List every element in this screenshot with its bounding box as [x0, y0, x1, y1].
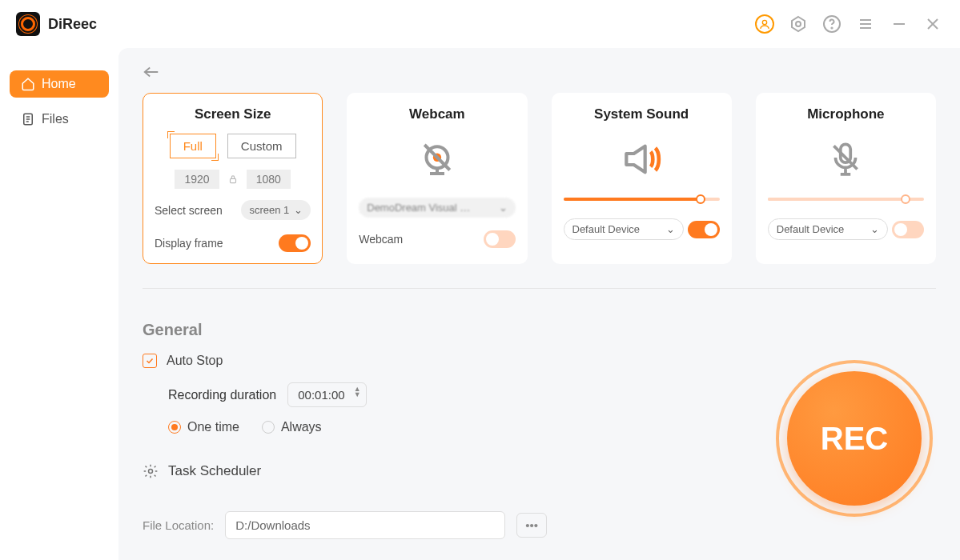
svg-marker-1 — [792, 17, 805, 31]
mic-device-select[interactable]: Default Device ⌄ — [768, 218, 888, 240]
svg-point-0 — [762, 20, 766, 24]
mic-title: Microphone — [768, 106, 924, 122]
screen-select[interactable]: screen 1 ⌄ — [241, 200, 311, 220]
chevron-down-icon: ⌄ — [666, 223, 675, 235]
lock-icon[interactable] — [227, 174, 239, 185]
close-icon[interactable] — [922, 13, 944, 35]
mic-off-icon — [768, 134, 924, 185]
always-radio[interactable]: Always — [262, 420, 322, 434]
microphone-card: Microphone Default Device ⌄ — [756, 93, 936, 264]
sound-title: System Sound — [564, 106, 720, 122]
onetime-radio[interactable]: One time — [168, 420, 239, 434]
autostop-checkbox[interactable] — [143, 354, 157, 368]
svg-point-4 — [831, 27, 832, 28]
custom-tab[interactable]: Custom — [227, 134, 296, 158]
app-logo — [16, 12, 40, 36]
sound-toggle[interactable] — [688, 221, 720, 238]
menu-icon[interactable] — [854, 13, 877, 35]
mic-slider[interactable] — [768, 198, 924, 201]
sound-device-select[interactable]: Default Device ⌄ — [564, 218, 684, 240]
duration-input[interactable]: 00:01:00 ▲▼ — [287, 382, 366, 407]
app-name: DiReec — [48, 16, 97, 33]
webcam-title: Webcam — [359, 106, 515, 122]
svg-point-2 — [796, 22, 801, 26]
location-label: File Location: — [143, 518, 214, 532]
webcam-card: Webcam DemoDream Visual … ⌄ Webcam — [347, 93, 527, 264]
location-browse-button[interactable]: ••• — [516, 513, 547, 538]
height-value[interactable]: 1080 — [247, 170, 291, 189]
settings-icon[interactable] — [787, 13, 809, 35]
general-title: General — [143, 321, 936, 339]
help-icon[interactable] — [821, 13, 843, 35]
screen-title: Screen Size — [155, 106, 311, 122]
webcam-device-select[interactable]: DemoDream Visual … ⌄ — [359, 198, 515, 218]
autostop-label: Auto Stop — [167, 354, 223, 368]
minimize-icon[interactable] — [888, 13, 910, 35]
chevron-down-icon: ⌄ — [870, 223, 879, 235]
gear-icon — [143, 463, 159, 479]
record-label: REC — [787, 371, 922, 506]
svg-line-20 — [834, 146, 858, 169]
display-frame-label: Display frame — [155, 237, 223, 250]
svg-point-21 — [149, 470, 153, 474]
account-icon[interactable] — [753, 13, 776, 35]
sidebar-item-files[interactable]: Files — [10, 106, 109, 133]
record-button[interactable]: REC — [776, 360, 933, 517]
svg-line-18 — [424, 145, 450, 170]
spinner-icon[interactable]: ▲▼ — [354, 386, 361, 398]
duration-label: Recording duration — [168, 388, 276, 402]
chevron-down-icon: ⌄ — [294, 204, 303, 216]
webcam-off-icon — [359, 134, 515, 185]
speaker-icon — [564, 134, 720, 185]
sidebar-item-home[interactable]: Home — [10, 70, 109, 98]
back-button[interactable] — [143, 66, 936, 82]
width-value[interactable]: 1920 — [175, 170, 219, 189]
sidebar-files-label: Files — [42, 112, 69, 126]
task-label: Task Scheduler — [168, 463, 261, 479]
webcam-toggle[interactable] — [484, 230, 516, 248]
full-tab[interactable]: Full — [170, 134, 216, 158]
sound-slider[interactable] — [564, 198, 720, 201]
chevron-down-icon: ⌄ — [499, 202, 508, 214]
sidebar-home-label: Home — [42, 77, 76, 91]
select-screen-label: Select screen — [155, 204, 223, 217]
screen-size-card: Screen Size Full Custom 1920 1080 Select… — [143, 93, 323, 264]
system-sound-card: System Sound Default Device ⌄ — [552, 93, 732, 264]
svg-rect-15 — [230, 178, 235, 182]
location-input[interactable]: D:/Downloads — [225, 511, 505, 539]
webcam-label: Webcam — [359, 233, 403, 246]
display-frame-toggle[interactable] — [279, 234, 311, 252]
mic-toggle[interactable] — [892, 221, 924, 238]
